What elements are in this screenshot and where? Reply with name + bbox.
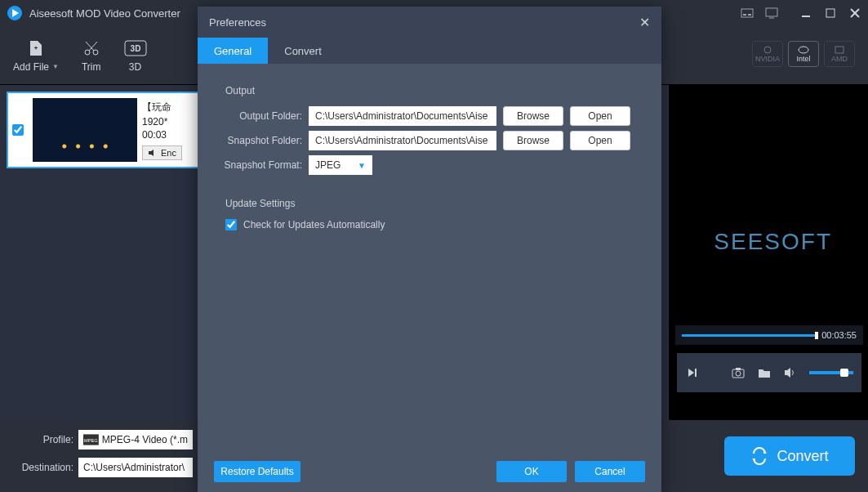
add-file-label: Add File bbox=[13, 61, 49, 73]
video-progress[interactable]: 00:03:55 bbox=[675, 325, 863, 345]
minimize-icon[interactable] bbox=[799, 7, 812, 20]
convert-icon bbox=[750, 447, 768, 465]
dialog-close-icon[interactable]: ✕ bbox=[639, 15, 650, 30]
profile-select[interactable]: MPEG MPEG-4 Video (*.m bbox=[78, 430, 193, 450]
svg-rect-2 bbox=[741, 9, 753, 17]
maximize-icon[interactable] bbox=[824, 7, 837, 20]
preview-controls bbox=[677, 353, 861, 392]
file-duration: 00:03 bbox=[142, 129, 194, 141]
3d-icon: 3D bbox=[124, 38, 147, 58]
preferences-dialog: Preferences ✕ General Convert Output Out… bbox=[198, 7, 661, 492]
svg-point-19 bbox=[764, 47, 771, 53]
svg-rect-21 bbox=[835, 47, 844, 53]
destination-input[interactable]: C:\Users\Administrator\ bbox=[78, 458, 193, 477]
output-section-title: Output bbox=[225, 85, 645, 96]
dialog-tabs: General Convert bbox=[198, 38, 661, 64]
screen-icon[interactable] bbox=[765, 7, 778, 20]
snapshot-open-button[interactable]: Open bbox=[570, 131, 630, 150]
svg-rect-3 bbox=[743, 14, 746, 16]
update-checkbox[interactable] bbox=[225, 219, 237, 230]
file-checkbox[interactable] bbox=[12, 124, 24, 136]
destination-label: Destination: bbox=[13, 462, 73, 473]
encode-settings-button[interactable]: Enc bbox=[142, 145, 182, 160]
video-time: 00:03:55 bbox=[821, 330, 857, 340]
volume-slider[interactable] bbox=[809, 371, 853, 374]
file-thumbnail bbox=[33, 98, 137, 162]
dialog-titlebar: Preferences ✕ bbox=[198, 7, 661, 38]
snapshot-format-label: Snapshot Format: bbox=[214, 159, 302, 171]
update-checkbox-label: Check for Updates Automatically bbox=[243, 219, 385, 230]
svg-point-20 bbox=[799, 47, 808, 53]
file-name: 【玩命 bbox=[142, 101, 194, 114]
trim-label: Trim bbox=[82, 61, 101, 73]
profile-label: Profile: bbox=[13, 434, 73, 445]
dialog-footer: Restore Defaults OK Cancel bbox=[198, 451, 661, 492]
restore-defaults-button[interactable]: Restore Defaults bbox=[214, 461, 300, 482]
convert-label: Convert bbox=[777, 448, 828, 465]
app-logo-icon bbox=[7, 5, 23, 21]
svg-rect-24 bbox=[695, 369, 697, 377]
output-browse-button[interactable]: Browse bbox=[503, 106, 563, 126]
amd-badge: AMD bbox=[824, 41, 855, 67]
tab-convert[interactable]: Convert bbox=[268, 38, 338, 64]
svg-rect-12 bbox=[35, 46, 36, 49]
output-folder-label: Output Folder: bbox=[214, 110, 302, 122]
svg-text:MPEG: MPEG bbox=[84, 438, 98, 443]
convert-button[interactable]: Convert bbox=[724, 436, 855, 476]
add-file-icon bbox=[27, 38, 45, 58]
dialog-title: Preferences bbox=[209, 16, 266, 29]
svg-rect-4 bbox=[748, 14, 751, 16]
cancel-button[interactable]: Cancel bbox=[575, 461, 645, 482]
snapshot-folder-label: Snapshot Folder: bbox=[214, 135, 302, 146]
intel-badge: Intel bbox=[788, 41, 819, 67]
chevron-down-icon: ▼ bbox=[358, 161, 366, 170]
brand-watermark: SEESOFT bbox=[714, 229, 832, 255]
snapshot-format-select[interactable]: JPEG ▼ bbox=[309, 155, 372, 175]
next-icon[interactable] bbox=[685, 365, 700, 380]
svg-rect-5 bbox=[766, 8, 777, 16]
dialog-body: Output Output Folder: C:\Users\Administr… bbox=[198, 64, 661, 451]
svg-rect-27 bbox=[736, 368, 741, 370]
svg-marker-22 bbox=[149, 150, 154, 156]
chevron-down-icon: ▼ bbox=[52, 63, 59, 70]
3d-label: 3D bbox=[129, 61, 141, 73]
svg-point-26 bbox=[736, 371, 741, 376]
output-folder-input[interactable]: C:\Users\Administrator\Documents\Aise bbox=[309, 106, 496, 126]
file-row[interactable]: 【玩命 1920* 00:03 Enc bbox=[7, 92, 199, 168]
folder-icon[interactable] bbox=[757, 365, 772, 380]
tab-general[interactable]: General bbox=[198, 38, 268, 64]
3d-button[interactable]: 3D 3D bbox=[124, 38, 147, 73]
camera-icon[interactable] bbox=[731, 365, 746, 380]
svg-rect-8 bbox=[826, 9, 835, 17]
subtitle-icon[interactable] bbox=[741, 7, 754, 20]
update-section-title: Update Settings bbox=[225, 198, 645, 209]
svg-marker-23 bbox=[688, 369, 694, 377]
file-resolution: 1920* bbox=[142, 116, 194, 127]
svg-marker-28 bbox=[785, 368, 790, 378]
scissors-icon bbox=[82, 38, 100, 58]
speaker-icon bbox=[148, 149, 158, 157]
close-icon[interactable] bbox=[848, 7, 861, 20]
snapshot-folder-input[interactable]: C:\Users\Administrator\Documents\Aise bbox=[309, 131, 496, 150]
svg-text:3D: 3D bbox=[130, 44, 140, 53]
output-open-button[interactable]: Open bbox=[570, 106, 630, 126]
snapshot-browse-button[interactable]: Browse bbox=[503, 131, 563, 150]
trim-button[interactable]: Trim bbox=[82, 38, 101, 73]
mpeg-icon: MPEG bbox=[83, 434, 99, 445]
add-file-button[interactable]: Add File▼ bbox=[13, 38, 59, 73]
volume-icon[interactable] bbox=[783, 365, 798, 380]
nvidia-badge: NVIDIA bbox=[752, 41, 783, 67]
ok-button[interactable]: OK bbox=[496, 461, 567, 482]
encode-label: Enc bbox=[161, 148, 176, 158]
